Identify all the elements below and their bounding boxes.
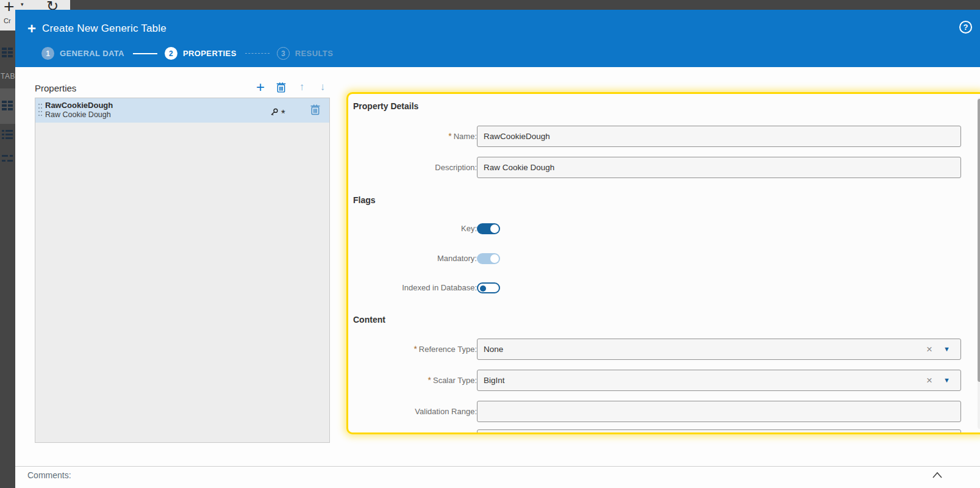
clear-selection-icon[interactable]: ×: [926, 339, 932, 360]
validation-range-label: Validation Range:: [358, 401, 477, 422]
flags-section-heading: Flags: [353, 195, 376, 205]
stepper-connector: [133, 53, 157, 54]
mandatory-asterisk-icon: *: [281, 104, 285, 120]
comments-label: Comments:: [27, 470, 71, 480]
scalar-type-combobox[interactable]: [477, 370, 961, 391]
dialog-title: Create New Generic Table: [42, 23, 166, 35]
key-toggle-label: Key:: [358, 218, 477, 239]
create-label-fragment: Cr: [4, 17, 11, 24]
step-3-label[interactable]: RESULTS: [295, 49, 334, 58]
toggle-knob: [490, 254, 499, 263]
indexed-in-database-toggle[interactable]: [477, 282, 500, 293]
property-description: Raw Cookie Dough: [45, 110, 111, 119]
reference-type-combobox[interactable]: [477, 339, 961, 360]
key-icon: [270, 107, 279, 117]
properties-panel-title: Properties: [35, 83, 76, 93]
add-property-button[interactable]: +: [254, 81, 266, 94]
background-sidebar: TAB: [0, 30, 15, 488]
mandatory-toggle-label: Mandatory:: [358, 248, 477, 269]
content-section-heading: Content: [353, 315, 385, 325]
footer-divider: [15, 466, 980, 467]
create-generic-table-dialog: + Create New Generic Table ? 1 GENERAL D…: [15, 10, 980, 488]
table-grid-icon[interactable]: [2, 48, 14, 58]
move-property-down-button[interactable]: ↓: [317, 81, 329, 94]
step-3-circle[interactable]: 3: [277, 47, 290, 60]
description-field-label: Description:: [358, 157, 477, 178]
dialog-title-row: + Create New Generic Table: [27, 21, 166, 37]
step-2-label[interactable]: PROPERTIES: [183, 49, 237, 58]
trash-icon: [276, 82, 286, 93]
property-flag-indicators: *: [270, 104, 285, 120]
property-details-panel: Property Details *Name: Description: Fla…: [346, 92, 980, 434]
toggle-knob: [480, 285, 486, 292]
collapse-comments-chevron-icon[interactable]: [932, 472, 943, 479]
add-icon[interactable]: +: [4, 0, 15, 17]
table-grid-icon[interactable]: [2, 101, 14, 111]
property-list-item-selected[interactable]: RawCookieDough Raw Cookie Dough *: [35, 98, 329, 123]
list-icon[interactable]: [2, 129, 14, 140]
step-1-label[interactable]: GENERAL DATA: [60, 49, 124, 58]
add-dropdown-caret-icon[interactable]: ▾: [21, 1, 24, 7]
property-name: RawCookieDough: [45, 101, 113, 110]
indexed-toggle-label: Indexed in Database:: [358, 277, 477, 298]
properties-list: RawCookieDough Raw Cookie Dough *: [35, 98, 330, 443]
reference-type-label: *Reference Type:: [358, 339, 477, 360]
plus-icon: +: [27, 22, 36, 35]
tables-label-fragment: TAB: [1, 72, 15, 81]
mandatory-toggle-disabled[interactable]: [477, 253, 500, 264]
details-scrollbar-thumb[interactable]: [978, 99, 980, 382]
chevron-down-icon[interactable]: ▼: [943, 370, 950, 391]
clear-selection-icon[interactable]: ×: [926, 370, 932, 391]
validation-range-input[interactable]: [477, 401, 961, 422]
required-marker: *: [413, 344, 417, 354]
description-input[interactable]: [477, 157, 961, 178]
name-input[interactable]: [477, 126, 961, 147]
drag-handle-icon[interactable]: [38, 103, 43, 118]
move-property-up-button[interactable]: ↑: [296, 81, 308, 94]
wizard-stepper: 1 GENERAL DATA 2 PROPERTIES 3 RESULTS: [41, 47, 342, 60]
required-marker: *: [448, 131, 451, 141]
step-1-circle[interactable]: 1: [41, 47, 54, 60]
toggle-knob: [490, 224, 499, 233]
hierarchy-icon[interactable]: [2, 154, 14, 164]
step-2-circle[interactable]: 2: [165, 47, 177, 60]
scalar-type-label: *Scalar Type:: [358, 370, 477, 391]
dialog-header: + Create New Generic Table ? 1 GENERAL D…: [15, 10, 980, 67]
name-field-label: *Name:: [358, 126, 477, 147]
next-field-partial[interactable]: [477, 429, 961, 434]
required-marker: *: [428, 375, 431, 385]
key-toggle[interactable]: [477, 223, 500, 234]
chevron-down-icon[interactable]: ▼: [943, 339, 950, 360]
delete-item-trash-icon[interactable]: [310, 104, 320, 115]
stepper-connector: [245, 53, 270, 54]
properties-toolbar: + ↑ ↓: [254, 81, 329, 94]
delete-property-button[interactable]: [275, 81, 287, 94]
property-details-heading: Property Details: [353, 101, 418, 111]
help-icon[interactable]: ?: [959, 21, 972, 34]
